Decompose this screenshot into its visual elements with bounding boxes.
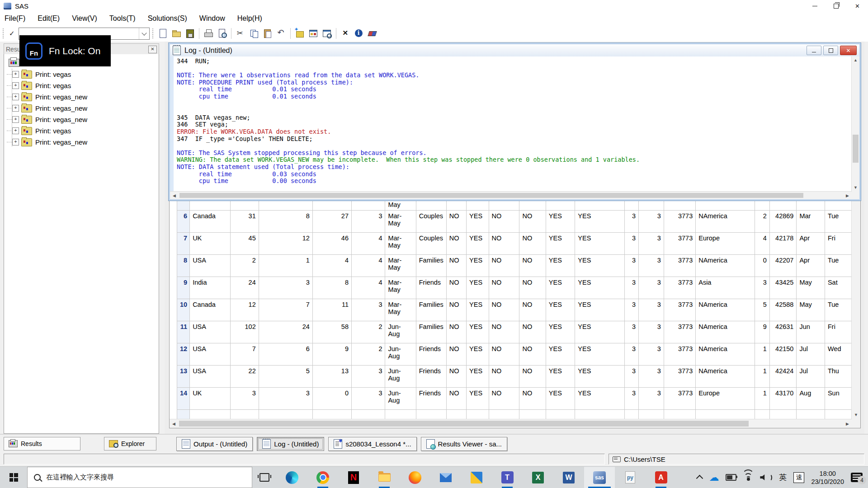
hidden-icons-chevron-icon[interactable] <box>696 475 703 482</box>
expand-icon[interactable]: + <box>12 116 19 123</box>
menu-solutions-s[interactable]: Solutions(S) <box>148 14 187 23</box>
excel-icon: X <box>532 472 544 483</box>
table-horizontal-scrollbar[interactable]: ◀ ▶ <box>170 419 852 428</box>
language-indicator[interactable]: 英 <box>779 472 787 483</box>
log-body[interactable]: 344 RUN; NOTE: There were 1 observations… <box>170 56 852 192</box>
expand-icon[interactable]: + <box>12 139 19 145</box>
cell: 12 <box>231 299 259 321</box>
log-titlebar[interactable]: Log - (Untitled) ✕ <box>170 44 859 57</box>
cell: 3 <box>624 321 638 343</box>
tree-item-print-vegas-0[interactable]: +Print: vegas <box>8 69 159 80</box>
menu-tools-t[interactable]: Tools(T) <box>109 14 136 23</box>
tab-results-viewer-sa[interactable]: Results Viewer - sa... <box>421 437 507 451</box>
undo-button[interactable] <box>274 27 288 40</box>
explorer-window-button[interactable] <box>307 27 320 40</box>
expand-icon[interactable]: + <box>12 127 19 134</box>
combo-dropdown-button[interactable] <box>139 28 149 39</box>
panel-close-icon[interactable]: ✕ <box>148 46 157 53</box>
menu-window[interactable]: Window <box>199 14 225 23</box>
taskbar-photos[interactable] <box>461 467 492 488</box>
wifi-icon[interactable] <box>743 474 753 481</box>
scroll-down-icon[interactable]: ▼ <box>852 410 860 419</box>
taskbar-sas[interactable]: sas <box>584 467 615 488</box>
taskbar-mail[interactable] <box>430 467 461 488</box>
tree-item-print-vegas-new-6[interactable]: +Print: vegas_new <box>8 136 159 148</box>
log-close-button[interactable]: ✕ <box>840 46 857 55</box>
tree-item-print-vegas-1[interactable]: +Print: vegas <box>8 80 159 91</box>
cell: YES <box>467 277 489 299</box>
expand-icon[interactable]: + <box>12 71 19 78</box>
taskbar-firefox[interactable] <box>400 467 430 488</box>
tree-item-print-vegas-new-2[interactable]: +Print: vegas_new <box>8 91 159 103</box>
scroll-down-icon[interactable]: ▼ <box>852 184 859 192</box>
taskbar-clock[interactable]: 18:00 23/10/2020 <box>811 469 844 486</box>
tab-log-untitled[interactable]: Log - (Untitled) <box>257 437 324 451</box>
submit-button[interactable] <box>339 27 352 40</box>
cell: NO <box>519 233 546 255</box>
taskbar-chrome[interactable] <box>307 467 338 488</box>
expand-icon[interactable]: + <box>12 105 19 112</box>
clear-all-button[interactable] <box>366 27 379 40</box>
log-restore-button[interactable] <box>823 46 838 55</box>
tab-output-untitled[interactable]: Output - (Untitled) <box>176 437 253 451</box>
menu-help-h[interactable]: Help(H) <box>237 14 262 23</box>
log-minimize-button[interactable] <box>807 46 821 55</box>
scrollbar-thumb[interactable] <box>853 135 859 163</box>
copy-button[interactable] <box>247 27 261 40</box>
table-vertical-scrollbar[interactable]: ▼ <box>851 201 860 419</box>
paste-button[interactable] <box>261 27 274 40</box>
menu-edit-e[interactable]: Edit(E) <box>38 14 60 23</box>
battery-icon[interactable] <box>726 474 736 481</box>
new-library-icon <box>295 28 305 38</box>
scroll-left-icon[interactable]: ◀ <box>170 191 179 200</box>
log-horizontal-scrollbar[interactable]: ◀ ▶ <box>170 191 852 199</box>
print-button[interactable] <box>202 27 215 40</box>
tab-s208034-lesson4[interactable]: s208034_Lesson4 *... <box>328 437 416 451</box>
new-library-button[interactable] <box>293 27 307 40</box>
taskbar-netflix[interactable]: N <box>338 467 369 488</box>
restore-button[interactable] <box>826 0 847 12</box>
taskbar-edge[interactable] <box>277 467 307 488</box>
taskbar-acrobat[interactable]: A <box>646 467 676 488</box>
taskbar-search-box[interactable]: 在這裡輸入文字來搜尋 <box>27 467 252 488</box>
log-vertical-scrollbar[interactable]: ▲ ▼ <box>851 56 859 192</box>
system-tray: ☁ 英 速 18:00 23/10/2020 4 <box>697 467 868 488</box>
taskbar-python-file[interactable]: py <box>615 467 646 488</box>
scroll-left-icon[interactable]: ◀ <box>170 419 178 428</box>
scrollbar-thumb[interactable] <box>179 421 749 427</box>
dock-tab-results[interactable]: Results <box>4 437 80 450</box>
expand-icon[interactable]: + <box>12 94 19 100</box>
scroll-right-icon[interactable]: ▶ <box>843 191 852 200</box>
minimize-button[interactable] <box>804 0 826 12</box>
tree-item-print-vegas-5[interactable]: +Print: vegas <box>8 125 159 136</box>
start-button[interactable] <box>0 467 27 488</box>
expand-icon[interactable]: + <box>12 82 19 89</box>
ime-mode-indicator[interactable]: 速 <box>793 472 804 483</box>
print-preview-button[interactable] <box>215 27 229 40</box>
task-view-button[interactable] <box>252 467 277 488</box>
break-button[interactable] <box>352 27 366 40</box>
taskbar-teams[interactable]: T <box>492 467 523 488</box>
open-folder-button[interactable] <box>170 27 183 40</box>
taskbar-excel[interactable]: X <box>523 467 553 488</box>
cell: 27 <box>312 211 351 233</box>
menu-view-v[interactable]: View(V) <box>72 14 97 23</box>
command-check-icon[interactable]: ✓ <box>9 29 15 38</box>
scroll-up-icon[interactable]: ▲ <box>852 56 859 64</box>
tree-item-print-vegas-new-3[interactable]: +Print: vegas_new <box>8 103 159 114</box>
new-document-button[interactable] <box>156 27 170 40</box>
save-button[interactable] <box>183 27 197 40</box>
taskbar-word[interactable]: W <box>553 467 584 488</box>
cut-button[interactable] <box>234 27 247 40</box>
tree-item-print-vegas-new-4[interactable]: +Print: vegas_new <box>8 114 159 125</box>
scrollbar-thumb[interactable] <box>179 193 803 198</box>
dock-tab-explorer[interactable]: Explorer <box>104 437 156 450</box>
volume-icon[interactable] <box>760 474 772 481</box>
close-button[interactable]: ✕ <box>847 0 868 12</box>
taskbar-file-explorer[interactable] <box>369 467 400 488</box>
output-window-button[interactable] <box>320 27 334 40</box>
scroll-right-icon[interactable]: ▶ <box>843 419 852 428</box>
onedrive-icon[interactable]: ☁ <box>709 473 719 483</box>
menu-file-f[interactable]: File(F) <box>5 14 25 23</box>
notification-center-icon[interactable]: 4 <box>851 473 863 482</box>
